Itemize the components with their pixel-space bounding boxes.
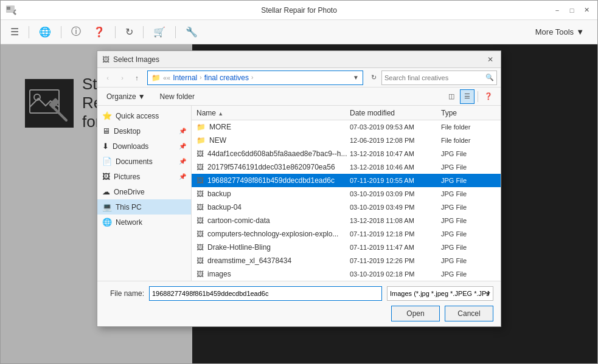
file-row[interactable]: 🖼 19688277498f861b459ddecdbd1ead6c 07-11… <box>192 174 501 187</box>
view-help-button[interactable]: ❓ <box>481 89 496 104</box>
file-type: JPG File <box>441 257 496 264</box>
nav-forward-button[interactable]: › <box>116 71 129 84</box>
nav-refresh-button[interactable]: ↻ <box>367 71 380 84</box>
file-name: cartoon-comic-data <box>207 216 350 225</box>
file-row[interactable]: 🖼 44daf1cec6dd608ab5fa8aaed8e7bac9--h...… <box>192 147 501 160</box>
file-row[interactable]: 🖼 backup-04 03-10-2019 03:49 PM JPG File <box>192 201 501 214</box>
file-date: 07-11-2019 11:47 AM <box>350 244 441 251</box>
file-date: 03-10-2019 02:18 PM <box>350 270 441 278</box>
view-divider <box>478 91 478 102</box>
file-type: File folder <box>441 123 496 131</box>
nav-item-pin-documents: 📌 <box>179 158 186 165</box>
file-type-select[interactable]: Images (*.jpg *.jpeg *.JPEG *.JPJ <box>387 286 493 301</box>
nav-item-downloads[interactable]: ⬇ Downloads 📌 <box>97 139 191 154</box>
file-name: computers-technology-explosion-explo... <box>207 230 350 238</box>
globe-icon[interactable]: 🌐 <box>37 24 54 40</box>
breadcrumb-folder-icon: 📁 <box>151 74 161 82</box>
nav-item-icon-network: 🌐 <box>102 218 112 227</box>
file-name: MORE <box>209 123 350 131</box>
nav-item-icon-onedrive: ☁ <box>102 187 110 196</box>
view-buttons: ◫ ☰ ❓ <box>444 89 496 104</box>
file-name-input[interactable] <box>149 286 382 301</box>
maximize-button[interactable]: □ <box>566 4 578 16</box>
file-row[interactable]: 🖼 images 03-10-2019 02:18 PM JPG File <box>192 267 501 281</box>
file-type: JPG File <box>441 217 496 224</box>
file-row[interactable]: 🖼 dreamstime_xl_64378434 07-11-2019 12:2… <box>192 254 501 267</box>
search-icon[interactable]: 🔍 <box>483 71 496 84</box>
file-row[interactable]: 📁 MORE 07-03-2019 09:53 AM File folder <box>192 120 501 134</box>
dialog-toolbar: Organize ▼ New folder ◫ ☰ ❓ <box>97 88 501 106</box>
open-button[interactable]: Open <box>391 306 440 321</box>
info-icon[interactable]: ⓘ <box>69 23 83 41</box>
breadcrumb-bar[interactable]: 📁 «« Internal › final creatives › ▼ <box>147 70 363 85</box>
close-button[interactable]: ✕ <box>580 4 593 16</box>
file-name: backup-04 <box>207 203 350 211</box>
view-list-button[interactable]: ☰ <box>460 89 475 104</box>
new-folder-button[interactable]: New folder <box>155 91 200 103</box>
dialog-main: ⭐ Quick access 🖥 Desktop 📌⬇ Downloads 📌📄… <box>97 106 501 281</box>
nav-up-button[interactable]: ↑ <box>130 71 144 84</box>
divider-3 <box>115 26 116 38</box>
view-grid-button[interactable]: ◫ <box>444 89 459 104</box>
search-input[interactable] <box>382 74 483 81</box>
nav-item-onedrive[interactable]: ☁ OneDrive <box>97 184 191 199</box>
cancel-button[interactable]: Cancel <box>445 306 493 321</box>
col-type-header[interactable]: Type <box>441 109 496 117</box>
breadcrumb-dropdown-btn[interactable]: ▼ <box>353 74 359 81</box>
nav-item-pictures[interactable]: 🖼 Pictures 📌 <box>97 169 191 184</box>
dialog-close-button[interactable]: ✕ <box>485 54 496 65</box>
file-name-label: File name: <box>105 289 144 298</box>
select-images-dialog: 🖼 Select Images ✕ ‹ › ↑ 📁 «« Internal › … <box>97 50 501 327</box>
file-type: JPG File <box>441 150 496 157</box>
file-list[interactable]: Name ▲ Date modified Type 📁 MORE 07-03-2… <box>192 106 501 281</box>
more-tools-button[interactable]: More Tools ▼ <box>529 25 590 39</box>
nav-back-button[interactable]: ‹ <box>101 71 114 84</box>
nav-item-documents[interactable]: 📄 Documents 📌 <box>97 154 191 169</box>
file-row[interactable]: 📁 NEW 12-06-2019 12:08 PM File folder <box>192 134 501 147</box>
file-type: JPG File <box>441 244 496 251</box>
file-row[interactable]: 🖼 backup 03-10-2019 03:09 PM JPG File <box>192 187 501 201</box>
file-icon: 📁 <box>196 123 206 131</box>
file-icon: 🖼 <box>196 149 204 158</box>
title-bar-left <box>5 4 18 16</box>
breadcrumb-prefix: «« <box>163 74 170 81</box>
file-row[interactable]: 🖼 Drake-Hotline-Bling 07-11-2019 11:47 A… <box>192 241 501 254</box>
menu-icon[interactable]: ☰ <box>8 24 21 40</box>
nav-item-label-documents: Documents <box>116 157 153 166</box>
help-icon[interactable]: ❓ <box>91 24 108 40</box>
col-name-header[interactable]: Name ▲ <box>196 109 350 117</box>
wrench-icon[interactable]: 🔧 <box>183 24 200 40</box>
file-date: 07-03-2019 09:53 AM <box>350 123 441 131</box>
file-name: 44daf1cec6dd608ab5fa8aaed8e7bac9--h... <box>207 149 350 158</box>
file-row[interactable]: 🖼 computers-technology-explosion-explo..… <box>192 227 501 241</box>
nav-item-label-quick-access: Quick access <box>116 112 159 120</box>
nav-item-icon-desktop: 🖥 <box>102 126 110 136</box>
nav-item-this-pc[interactable]: 💻 This PC <box>97 199 191 215</box>
nav-item-label-this-pc: This PC <box>116 203 142 211</box>
nav-item-label-network: Network <box>116 218 142 227</box>
divider-5 <box>175 26 176 38</box>
minimize-button[interactable]: − <box>551 4 563 16</box>
file-icon: 🖼 <box>196 216 204 225</box>
nav-item-label-pictures: Pictures <box>114 173 140 181</box>
file-type: JPG File <box>441 230 496 238</box>
app-icon <box>5 4 18 16</box>
organize-button[interactable]: Organize ▼ <box>102 91 150 103</box>
nav-item-network[interactable]: 🌐 Network <box>97 215 191 230</box>
file-icon: 🖼 <box>196 256 204 265</box>
nav-item-desktop[interactable]: 🖥 Desktop 📌 <box>97 123 191 139</box>
dialog-bottom: File name: Images (*.jpg *.jpeg *.JPEG *… <box>97 281 501 326</box>
col-date-header[interactable]: Date modified <box>350 109 441 117</box>
file-icon: 🖼 <box>196 163 204 171</box>
nav-item-label-downloads: Downloads <box>113 142 148 151</box>
file-type: JPG File <box>441 270 496 278</box>
file-row[interactable]: 🖼 20179f5746191ddec031e8620970ea56 13-12… <box>192 160 501 174</box>
refresh-icon[interactable]: ↻ <box>123 24 136 40</box>
nav-item-quick-access[interactable]: ⭐ Quick access <box>97 108 191 123</box>
file-icon: 📁 <box>196 136 206 145</box>
divider-1 <box>29 26 29 38</box>
cart-icon[interactable]: 🛒 <box>151 24 168 40</box>
file-row[interactable]: 🖼 cartoon-comic-data 13-12-2018 11:08 AM… <box>192 214 501 227</box>
file-list-header: Name ▲ Date modified Type <box>192 106 501 120</box>
file-name: 20179f5746191ddec031e8620970ea56 <box>207 163 350 171</box>
